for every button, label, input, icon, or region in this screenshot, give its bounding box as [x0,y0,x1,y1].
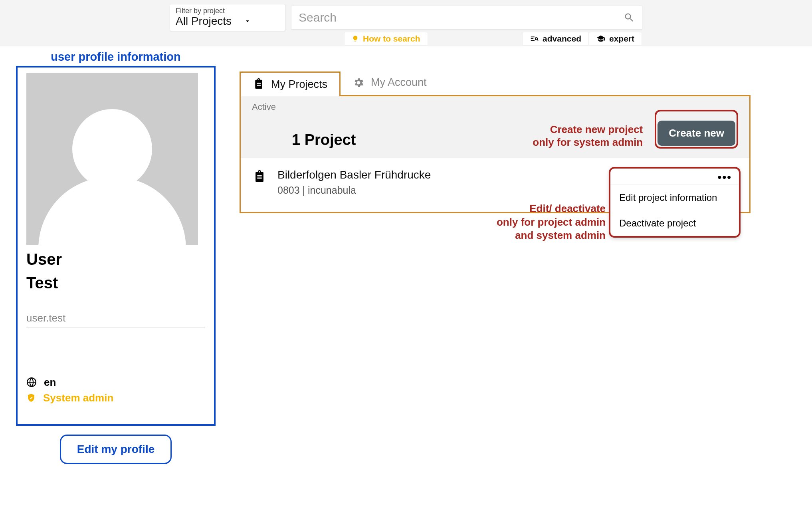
clipboard-icon [253,170,266,184]
profile-card: User Test user.test en System admin [16,66,216,426]
edit-profile-button[interactable]: Edit my profile [60,435,172,464]
menu-note-l2: only for project admin [497,216,606,229]
filter-col: Filter by project All Projects [176,7,232,28]
last-name: Test [26,274,205,292]
active-label: Active [252,102,276,112]
hint-label: How to search [363,34,420,44]
chevron-down-icon [244,17,252,25]
tab-account-label: My Account [371,76,427,89]
graduation-cap-icon [596,34,605,43]
role-row: System admin [26,392,205,404]
profile-info-rows: en System admin [26,376,205,404]
filter-value: All Projects [176,15,232,28]
project-meta: 0803 | incunabula [277,185,431,196]
project-row: Bilderfolgen Basler Frühdrucke 0803 | in… [241,158,749,212]
main-layout: user profile information User Test user.… [0,46,812,468]
filter-label: Filter by project [176,7,232,15]
avatar-body [38,177,186,245]
project-filter-dropdown[interactable]: Filter by project All Projects [170,4,285,31]
menu-note: Edit/ deactivate only for project admin … [497,202,606,242]
menu-edit-project[interactable]: Edit project information [610,185,739,210]
project-name: Bilderfolgen Basler Frühdrucke [277,169,431,181]
project-text: Bilderfolgen Basler Frühdrucke 0803 | in… [277,169,431,196]
advanced-mode-chip[interactable]: advanced [522,32,589,46]
profile-section-label: user profile information [51,50,180,64]
lightbulb-icon [352,35,359,42]
menu-note-l3: and system admin [497,229,606,242]
panel-head: Active 1 Project Create new project only… [241,96,749,158]
svg-line-1 [537,40,538,41]
clipboard-icon [253,78,265,90]
project-count: 1 Project [252,131,356,149]
expert-mode-chip[interactable]: expert [589,32,642,46]
expert-label: expert [609,34,634,44]
create-note: Create new project only for system admin [533,123,643,148]
shield-check-icon [26,393,36,403]
create-note-l2: only for system admin [533,136,643,149]
tabs: My Projects My Account [240,70,751,95]
avatar-placeholder [26,73,198,245]
language-row: en [26,376,205,389]
menu-note-l1: Edit/ deactivate [497,202,606,216]
role-value: System admin [43,392,113,404]
advanced-label: advanced [543,34,581,44]
username: user.test [26,312,205,328]
tab-projects-label: My Projects [271,78,327,91]
menu-deactivate-project[interactable]: Deactivate project [610,210,739,236]
language-value: en [44,376,56,389]
first-name: User [26,250,205,268]
header-bar: Filter by project All Projects How to se… [0,0,812,46]
advanced-icon [530,34,539,43]
projects-section: My Projects My Account Active 1 Project … [240,70,751,213]
search-input[interactable] [299,11,624,24]
create-new-button[interactable]: Create new [658,121,735,146]
create-highlight: Create new [655,110,738,149]
tab-my-projects[interactable]: My Projects [240,71,341,96]
search-icon[interactable] [624,12,635,23]
more-button[interactable]: ••• [610,169,739,185]
header-sub-inner: How to search advanced expert [168,32,644,46]
header-inner: Filter by project All Projects [0,4,812,31]
create-note-l1: Create new project [533,123,643,136]
how-to-search-chip[interactable]: How to search [344,32,428,46]
tab-my-account[interactable]: My Account [341,70,439,95]
projects-panel: Active 1 Project Create new project only… [240,95,751,213]
profile-section: user profile information User Test user.… [16,50,216,464]
search-box [291,6,642,30]
project-context-menu: ••• Edit project information Deactivate … [609,167,741,238]
header-sub: How to search advanced expert [0,32,812,46]
gear-icon [353,77,364,89]
globe-icon [26,377,37,387]
